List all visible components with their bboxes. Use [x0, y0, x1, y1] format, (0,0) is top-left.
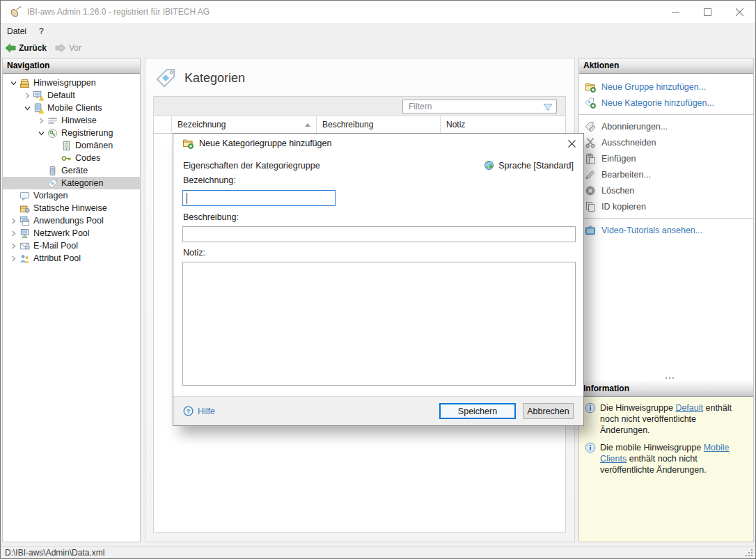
- information-header: Information: [579, 381, 753, 397]
- action-neue-kategorie[interactable]: Neue Kategorie hinzufügen...: [579, 95, 753, 111]
- chevron-right-icon[interactable]: [35, 118, 47, 124]
- tree-item-hinweisgruppen[interactable]: Hinweisgruppen: [3, 77, 140, 89]
- dialog-close-button[interactable]: [560, 134, 583, 153]
- tree-item-email-pool[interactable]: E-Mail Pool: [3, 239, 140, 252]
- filter-box: [402, 100, 557, 113]
- bezeichnung-input[interactable]: [183, 191, 335, 205]
- key-icon: [61, 153, 75, 164]
- chevron-right-icon[interactable]: [7, 218, 19, 224]
- action-bearbeiten[interactable]: Bearbeiten...: [579, 166, 753, 182]
- people-icon: [19, 253, 33, 264]
- tree-item-label: Mobile Clients: [47, 103, 102, 113]
- tree-item-domaenen[interactable]: Domänen: [3, 139, 140, 152]
- chevron-down-icon[interactable]: [7, 80, 19, 86]
- info-icon: [585, 402, 596, 414]
- tags-icon: [585, 121, 597, 132]
- action-abonnierungen[interactable]: Abonnierungen...: [579, 118, 753, 134]
- chevron-down-icon[interactable]: [21, 105, 33, 111]
- tree-item-mobile-clients[interactable]: Mobile Clients: [3, 102, 140, 114]
- tree-item-label: Vorlagen: [33, 191, 68, 200]
- info-link-default[interactable]: Default: [675, 403, 703, 413]
- globe-icon: [484, 160, 494, 171]
- tree-item-vorlagen[interactable]: Vorlagen: [3, 189, 140, 202]
- action-ausschneiden[interactable]: Ausschneiden: [579, 134, 753, 150]
- kategorien-tag-icon: [155, 68, 176, 88]
- info-text: Die Hinweisgruppe: [600, 403, 675, 413]
- copy-icon: [585, 201, 597, 212]
- information-panel: Die Hinweisgruppe Default enthält noch n…: [579, 397, 753, 542]
- action-label: Neue Gruppe hinzufügen...: [601, 82, 706, 92]
- save-button[interactable]: Speichern: [439, 403, 516, 419]
- registration-key-icon: [47, 128, 61, 139]
- column-header-notiz[interactable]: Notiz: [441, 116, 565, 133]
- action-einfuegen[interactable]: Einfügen: [579, 150, 753, 166]
- tree-item-label: Kategorien: [61, 178, 103, 188]
- sort-ascending-icon: [305, 123, 310, 127]
- cancel-button[interactable]: Abbrechen: [523, 403, 574, 419]
- column-header-bezeichnung[interactable]: Bezeichnung: [172, 116, 317, 133]
- envelope-icon: [19, 241, 33, 251]
- tree-item-default[interactable]: Default: [3, 89, 140, 102]
- chevron-right-icon[interactable]: [7, 243, 19, 249]
- chevron-right-icon[interactable]: [7, 255, 19, 262]
- actions-separator: [579, 114, 753, 115]
- panel-splitter[interactable]: [579, 374, 753, 381]
- help-link[interactable]: ? Hilfe: [183, 406, 215, 416]
- page-title: Kategorien: [184, 71, 245, 86]
- maximize-button[interactable]: [691, 1, 723, 23]
- beschreibung-input[interactable]: [183, 227, 575, 242]
- action-video-tutorials[interactable]: Video-Tutorials ansehen...: [579, 222, 753, 238]
- back-arrow-icon: [5, 42, 16, 54]
- menu-datei[interactable]: Datei: [1, 23, 33, 40]
- folder-add-icon: [585, 81, 597, 93]
- pencil-icon: [585, 169, 597, 180]
- notiz-textarea[interactable]: [183, 262, 575, 385]
- navigation-header: Navigation: [3, 58, 140, 74]
- row-selector-column-header[interactable]: [154, 116, 172, 133]
- tree-item-anwendungs-pool[interactable]: Anwendungs Pool: [3, 214, 140, 227]
- language-selector[interactable]: Sprache [Standard]: [484, 160, 574, 171]
- beschreibung-label: Beschreibung:: [183, 212, 239, 222]
- menu-help[interactable]: ?: [33, 23, 50, 40]
- tree-item-registrierung[interactable]: Registrierung: [3, 127, 140, 139]
- chevron-down-icon[interactable]: [35, 130, 47, 136]
- forward-button[interactable]: Vor: [51, 40, 86, 56]
- status-bar: D:\IBI-aws\Admin\Data.xml: [1, 546, 755, 558]
- close-icon: [568, 140, 576, 148]
- filter-funnel-icon[interactable]: [542, 102, 553, 113]
- tree-item-label: Netzwerk Pool: [33, 228, 90, 238]
- close-button[interactable]: [723, 1, 755, 23]
- tree-item-statische-hinweise[interactable]: Statische Hinweise: [3, 202, 140, 214]
- tree-item-codes[interactable]: Codes: [3, 152, 140, 164]
- filter-input[interactable]: [403, 100, 556, 113]
- tree-item-kategorien[interactable]: Kategorien: [3, 177, 140, 189]
- back-button[interactable]: Zurück: [1, 40, 51, 56]
- actions-list: Neue Gruppe hinzufügen... Neue Kategorie…: [579, 74, 753, 238]
- action-label: Ausschneiden: [601, 138, 656, 148]
- new-category-group-dialog: Neue Kategoriegruppe hinzufügen Eigensch…: [173, 133, 584, 426]
- splitter-grip-icon: [666, 377, 667, 379]
- tree-item-attribut-pool[interactable]: Attribut Pool: [3, 252, 140, 265]
- mobile-warning-icon: [33, 103, 47, 113]
- chevron-right-icon[interactable]: [21, 93, 33, 99]
- action-loeschen[interactable]: Löschen: [579, 182, 753, 198]
- resize-grip-icon[interactable]: [751, 549, 753, 551]
- domain-server-icon: [61, 141, 75, 151]
- title-bar: IBI-aws Admin 1.26.0 - registriert für I…: [1, 1, 755, 23]
- tree-item-label: Attribut Pool: [33, 253, 81, 263]
- column-header-beschreibung[interactable]: Beschreibung: [317, 116, 441, 133]
- app-logo-icon: [9, 6, 22, 18]
- tree-item-hinweise[interactable]: Hinweise: [3, 114, 140, 127]
- chevron-right-icon[interactable]: [7, 230, 19, 237]
- action-id-kopieren[interactable]: ID kopieren: [579, 198, 753, 214]
- minimize-button[interactable]: [659, 1, 691, 23]
- tree-item-netzwerk-pool[interactable]: Netzwerk Pool: [3, 227, 140, 239]
- action-label: ID kopieren: [601, 202, 646, 212]
- tv-icon: [585, 225, 597, 236]
- action-label: Neue Kategorie hinzufügen...: [601, 98, 714, 108]
- app-window: IBI-aws Admin 1.26.0 - registriert für I…: [0, 0, 756, 559]
- info-text: Die mobile Hinweisgruppe: [600, 443, 704, 452]
- action-neue-gruppe[interactable]: Neue Gruppe hinzufügen...: [579, 79, 753, 95]
- tree-item-geraete[interactable]: Geräte: [3, 164, 140, 177]
- actions-header: Aktionen: [579, 58, 753, 74]
